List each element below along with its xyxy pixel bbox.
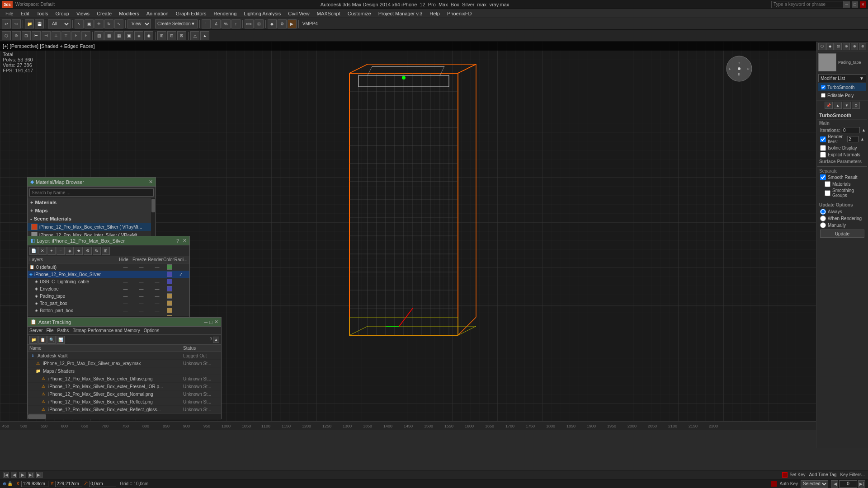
always-radio[interactable]	[820, 209, 826, 215]
editable-poly-checkbox[interactable]	[821, 93, 826, 98]
layer-row-2[interactable]: ◈ USB_C_Lightning_cable — — —	[28, 278, 189, 285]
nav-cube[interactable]: T B L R	[726, 55, 753, 82]
turbosm-checkbox[interactable]	[821, 85, 826, 89]
create-selection-dropdown[interactable]: Create Selection▼	[155, 19, 198, 28]
mat-browser-close[interactable]: ✕	[149, 179, 153, 185]
timeline-prev-btn[interactable]: ◀	[11, 472, 17, 478]
menu-maxscript[interactable]: MAXScript	[313, 10, 344, 17]
set-key-area[interactable]: Set Key	[782, 472, 805, 478]
toolbar-open[interactable]: 📁	[25, 19, 34, 28]
selection-mode-select[interactable]: Selected	[801, 480, 828, 488]
mod-icon5[interactable]: ⊕	[851, 43, 858, 50]
menu-group[interactable]: Group	[52, 10, 73, 17]
mod-icon3[interactable]: ⊡	[835, 43, 842, 50]
auto-key-btn[interactable]	[771, 481, 777, 487]
menu-file[interactable]: File	[2, 10, 17, 17]
asset-hscrollbar[interactable]	[28, 413, 221, 419]
select-region-btn[interactable]: ▣	[85, 19, 94, 28]
toolbar-save[interactable]: 💾	[35, 19, 44, 28]
tb2-btnE[interactable]: ◈	[134, 31, 143, 40]
layer-row-6[interactable]: ◈ Botton_part_box — — —	[28, 307, 189, 314]
frame-prev-btn[interactable]: |◀	[831, 480, 838, 488]
asset-row-6[interactable]: ⚠ iPhone_12_Pro_Max_Silver_Box_exter_Ref…	[28, 398, 221, 406]
render-setup-btn[interactable]: ⚙	[278, 19, 287, 28]
mirror-btn[interactable]: ⟺	[245, 19, 254, 28]
material-editor-btn[interactable]: ◆	[268, 19, 277, 28]
asset-help-btn[interactable]: ?	[209, 337, 212, 342]
frame-next-btn[interactable]: ▶|	[858, 480, 865, 488]
mat-scrollbar[interactable]	[151, 198, 156, 239]
align-btn[interactable]: ⊞	[255, 19, 264, 28]
spinner-snap-btn[interactable]: ↕	[231, 19, 241, 28]
menu-views[interactable]: Views	[73, 10, 93, 17]
tb2-btn3[interactable]: ⊡	[22, 31, 31, 40]
tb2-btnB[interactable]: ▩	[104, 31, 113, 40]
mod-nav-config[interactable]: ⚙	[852, 102, 860, 109]
layer-help-btn[interactable]: ?	[176, 238, 179, 244]
add-time-tag-label[interactable]: Add Time Tag	[809, 472, 836, 477]
tb2-btn4[interactable]: ⊢	[32, 31, 41, 40]
mat-item-0[interactable]: iPhone_12_Pro_Max_Box_exter_Silver ( VRa…	[28, 223, 156, 231]
tb2-btnA[interactable]: ▨	[94, 31, 104, 40]
menu-customize[interactable]: Customize	[344, 10, 375, 17]
layer-row-0[interactable]: 📋 0 (default) — — —	[28, 263, 189, 271]
timeline-next-btn[interactable]: ▶|	[28, 472, 34, 478]
layer-refresh-btn[interactable]: ↻	[93, 247, 101, 255]
layer-close-btn[interactable]: ✕	[183, 238, 187, 244]
asset-menu-file[interactable]: File	[46, 328, 53, 333]
layer-settings-btn[interactable]: ⚙	[84, 247, 92, 255]
y-input[interactable]	[55, 481, 82, 487]
menu-edit[interactable]: Edit	[17, 10, 33, 17]
snap-btn[interactable]: ⋮	[202, 19, 211, 28]
current-frame-input[interactable]	[839, 480, 857, 488]
maps-section[interactable]: + Maps	[28, 206, 156, 215]
render-iters-up[interactable]: ▲	[860, 137, 864, 141]
layer-expand-btn[interactable]: ⊞	[102, 247, 110, 255]
view-dropdown[interactable]: View	[127, 19, 151, 28]
mod-nav-pin[interactable]: 📌	[825, 102, 833, 109]
tb2-btnC[interactable]: ▦	[114, 31, 123, 40]
tb2-btn1[interactable]: ⬡	[2, 31, 11, 40]
mod-icon4[interactable]: ⊛	[843, 43, 850, 50]
manually-radio[interactable]	[820, 222, 826, 228]
layer-row-5[interactable]: ◈ Top_part_box — — —	[28, 300, 189, 307]
x-input[interactable]	[21, 481, 48, 487]
select-btn[interactable]: ↖	[75, 19, 84, 28]
asset-scroll-up[interactable]: ▲	[213, 337, 219, 343]
timeline-start-btn[interactable]: |◀	[3, 472, 9, 478]
layer-select-btn[interactable]: ◈	[66, 247, 74, 255]
asset-row-3[interactable]: ⚠ iPhone_12_Pro_Max_Silver_Box_exter_Dif…	[28, 375, 221, 383]
asset-menu-bitmap[interactable]: Bitmap Performance and Memory	[72, 328, 140, 333]
modifier-list-dropdown[interactable]: Modifier List ▼	[818, 74, 866, 82]
workspace-dropdown[interactable]: Workspace: Default	[15, 2, 55, 7]
asset-minimize-btn[interactable]: ─	[204, 319, 208, 325]
timeline-end-btn[interactable]: ▶|	[36, 472, 42, 478]
asset-row-2[interactable]: 📁 Maps / Shaders	[28, 367, 221, 375]
render-iters-input[interactable]	[847, 136, 859, 142]
asset-menu-paths[interactable]: Paths	[57, 328, 69, 333]
toolbar-undo[interactable]: ↩	[2, 19, 11, 28]
asset-close-btn[interactable]: ✕	[214, 319, 218, 325]
when-rendering-radio[interactable]	[820, 216, 826, 221]
explicit-checkbox[interactable]	[820, 152, 826, 158]
asset-row-4[interactable]: ⚠ iPhone_12_Pro_Max_Silver_Box_exter_Fre…	[28, 383, 221, 390]
tb2-btnG[interactable]: ⊞	[157, 31, 166, 40]
move-btn[interactable]: ✛	[94, 19, 104, 28]
menu-lighting[interactable]: Lighting Analysis	[240, 10, 284, 17]
modifier-turbosm[interactable]: TurboSmooth	[818, 83, 866, 91]
menu-tools[interactable]: Tools	[33, 10, 52, 17]
mat-search-input[interactable]	[29, 188, 154, 197]
mat-scrollbar-thumb[interactable]	[151, 199, 155, 212]
layer-row-1[interactable]: ◈ iPhone_12_Pro_Max_Box_Silver — — — ✓	[28, 271, 189, 278]
close-btn[interactable]: ✕	[860, 1, 866, 8]
menu-animation[interactable]: Animation	[143, 10, 172, 17]
asset-row-5[interactable]: ⚠ iPhone_12_Pro_Max_Silver_Box_exter_Nor…	[28, 390, 221, 398]
rotate-btn[interactable]: ↻	[104, 19, 113, 28]
layer-row-3[interactable]: ◈ Envelope — — —	[28, 285, 189, 292]
menu-graph-editors[interactable]: Graph Editors	[172, 10, 210, 17]
asset-row-7[interactable]: ⚠ iPhone_12_Pro_Max_Silver_Box_exter_Ref…	[28, 406, 221, 413]
tb2-btn6[interactable]: ⊥	[52, 31, 61, 40]
asset-maximize-btn[interactable]: □	[209, 319, 212, 325]
maximize-btn[interactable]: □	[852, 1, 858, 8]
iterations-input[interactable]	[842, 127, 860, 133]
